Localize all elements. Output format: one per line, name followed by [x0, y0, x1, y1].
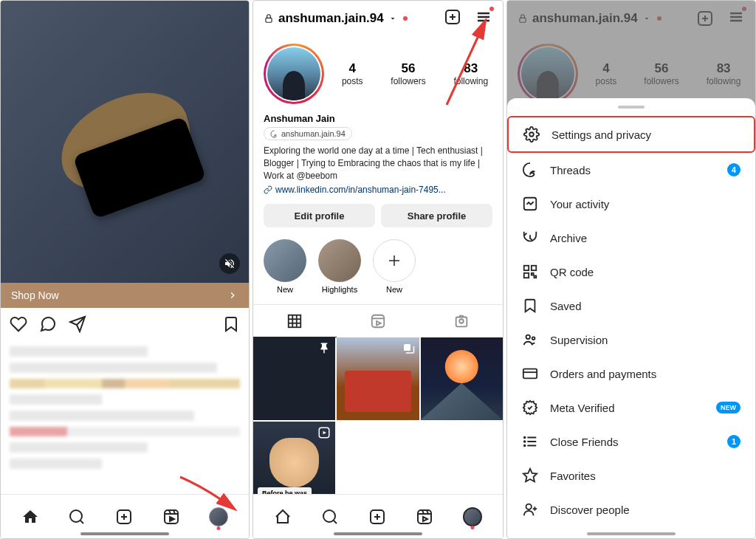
svg-rect-57	[524, 273, 529, 278]
threads-icon	[270, 130, 278, 138]
close-friends-badge: 1	[727, 435, 740, 448]
hamburger-menu-button[interactable]	[475, 8, 492, 29]
svg-line-37	[334, 520, 337, 523]
svg-marker-35	[323, 430, 327, 434]
chevron-down-icon	[388, 14, 397, 23]
menu-qr-code[interactable]: QR code	[507, 255, 755, 289]
svg-point-53	[529, 132, 534, 137]
svg-marker-12	[170, 517, 174, 521]
display-name: Anshuman Jain	[264, 113, 492, 124]
menu-favorites[interactable]: Favorites	[507, 459, 755, 492]
svg-point-61	[532, 337, 535, 340]
svg-point-3	[70, 510, 82, 522]
menu-supervision[interactable]: Supervision	[507, 323, 755, 357]
notification-dot	[403, 16, 408, 21]
comment-icon[interactable]	[39, 315, 57, 333]
new-badge: NEW	[716, 402, 740, 413]
svg-rect-33	[404, 344, 410, 351]
verified-icon	[522, 399, 538, 416]
svg-marker-70	[523, 469, 537, 481]
tagged-tab[interactable]	[419, 305, 503, 337]
menu-archive[interactable]: Archive	[507, 221, 755, 255]
svg-point-60	[526, 335, 531, 340]
profile-tab-icon[interactable]	[463, 507, 482, 526]
bottom-nav	[1, 494, 249, 538]
chevron-right-icon	[227, 289, 238, 301]
highlight-item[interactable]: Highlights	[318, 239, 361, 294]
supervision-icon	[522, 332, 538, 348]
followers-stat[interactable]: 56followers	[391, 61, 425, 86]
svg-point-69	[524, 445, 526, 447]
sheet-handle[interactable]	[618, 106, 645, 109]
add-person-icon	[522, 501, 538, 518]
list-icon	[522, 433, 538, 450]
edit-profile-button[interactable]: Edit profile	[264, 204, 375, 227]
threads-icon	[522, 162, 538, 178]
mute-icon[interactable]	[219, 253, 240, 274]
grid-post[interactable]	[253, 337, 335, 419]
menu-close-friends[interactable]: Close Friends 1	[507, 425, 755, 459]
like-icon[interactable]	[10, 315, 27, 333]
svg-point-32	[459, 319, 464, 323]
bookmark-icon	[522, 298, 538, 314]
svg-point-67	[524, 437, 526, 439]
svg-rect-56	[532, 266, 536, 270]
grid-post[interactable]: Before he was	[253, 422, 335, 504]
feed-post-image[interactable]	[1, 1, 249, 283]
search-icon[interactable]	[68, 508, 86, 526]
menu-your-activity[interactable]: Your activity	[507, 187, 755, 221]
svg-marker-45	[423, 517, 427, 521]
svg-point-71	[526, 504, 532, 509]
bio-link[interactable]: www.linkedin.com/in/anshuman-jain-7495..…	[264, 185, 492, 195]
new-post-button[interactable]	[444, 8, 461, 29]
home-icon[interactable]	[274, 508, 292, 526]
profile-avatar[interactable]	[264, 44, 324, 104]
grid-tab[interactable]	[253, 305, 337, 337]
menu-sheet: Settings and privacy Threads 4 Your acti…	[507, 98, 755, 538]
threads-link[interactable]: anshuman.jain.94	[264, 127, 352, 140]
activity-icon	[522, 196, 538, 212]
pinned-icon	[317, 342, 331, 355]
posts-stat[interactable]: 4posts	[342, 61, 363, 86]
menu-discover-people[interactable]: Discover people	[507, 492, 755, 526]
search-icon[interactable]	[321, 508, 339, 526]
new-post-icon[interactable]	[115, 508, 133, 526]
reels-icon[interactable]	[416, 508, 433, 526]
menu-meta-verified[interactable]: Meta Verified NEW	[507, 391, 755, 425]
menu-settings-privacy[interactable]: Settings and privacy	[507, 116, 755, 153]
menu-screen: anshuman.jain.94 4posts 56followers 83fo…	[506, 0, 756, 539]
username-dropdown[interactable]: anshuman.jain.94	[264, 11, 408, 26]
menu-saved[interactable]: Saved	[507, 289, 755, 323]
grid-post[interactable]	[337, 337, 419, 419]
highlight-item[interactable]: New	[264, 239, 306, 294]
gear-icon	[523, 126, 540, 143]
shop-now-cta[interactable]: Shop Now	[1, 283, 249, 308]
username: anshuman.jain.94	[278, 11, 384, 26]
highlights-row: New Highlights New	[264, 236, 492, 297]
threads-badge: 4	[727, 163, 740, 176]
svg-rect-58	[532, 273, 534, 275]
feed-screen: Shop Now	[0, 0, 250, 539]
home-indicator	[587, 532, 676, 535]
svg-marker-30	[377, 321, 381, 326]
reels-icon[interactable]	[162, 508, 180, 526]
add-highlight-button[interactable]: New	[373, 239, 416, 294]
bookmark-icon[interactable]	[222, 315, 240, 333]
qr-icon	[522, 264, 538, 280]
menu-orders-payments[interactable]: Orders and payments	[507, 357, 755, 391]
new-post-icon[interactable]	[368, 508, 386, 526]
following-stat[interactable]: 83following	[453, 61, 488, 86]
grid-post[interactable]	[421, 337, 503, 419]
bottom-nav	[253, 494, 503, 538]
menu-threads[interactable]: Threads 4	[507, 153, 755, 187]
share-profile-button[interactable]: Share profile	[381, 204, 492, 227]
svg-line-4	[80, 520, 83, 523]
profile-screen: anshuman.jain.94 4posts 56followers 83fo…	[252, 0, 504, 539]
carousel-icon	[402, 342, 415, 355]
profile-header: anshuman.jain.94	[253, 1, 503, 36]
link-icon	[264, 185, 272, 194]
profile-tab-icon[interactable]	[209, 507, 228, 526]
share-icon[interactable]	[69, 315, 86, 333]
home-icon[interactable]	[21, 508, 39, 526]
reels-tab[interactable]	[337, 305, 420, 337]
